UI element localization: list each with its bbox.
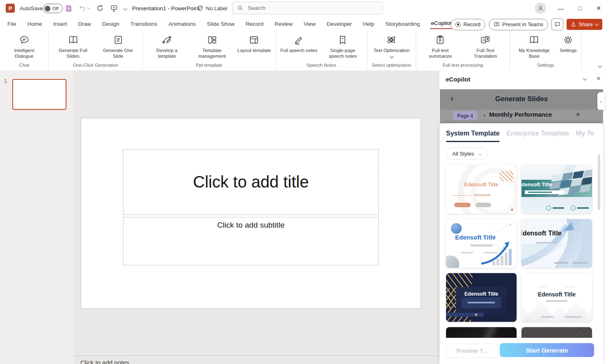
style-filter-dropdown[interactable]: All Styles: [446, 147, 488, 160]
present-label: Present in Teams: [502, 21, 543, 27]
group-label: Settings: [512, 61, 580, 70]
tab-storyboarding[interactable]: Storyboarding: [385, 19, 421, 29]
full-text-translation-button[interactable]: A Full-Text Translation: [463, 31, 508, 59]
template-card-2[interactable]: Edensoft Title: [521, 165, 592, 214]
scrollbar-thumb[interactable]: [598, 154, 600, 210]
template-card-4[interactable]: Edensoft Title: [521, 219, 592, 268]
outline-doc-title: Monthly Performance: [489, 111, 552, 118]
menu-bar-actions: Record Present in Teams Share: [451, 18, 602, 30]
decor: [446, 255, 459, 268]
style-filter-value: All Styles: [452, 151, 474, 157]
search-input[interactable]: [247, 5, 378, 11]
subtitle-placeholder[interactable]: Click to add subtitle: [123, 217, 379, 265]
develop-template-button[interactable]: Develop a template: [144, 31, 189, 59]
chevron-down-icon: [390, 54, 394, 59]
intelligent-dialogue-button[interactable]: Intelligent Dialogue: [2, 31, 47, 59]
my-knowledge-base-button[interactable]: My Knowledge Base: [512, 31, 557, 59]
tab-my-template[interactable]: My Te: [576, 130, 594, 142]
present-icon: [494, 21, 500, 27]
generate-full-slides-button[interactable]: Generate Full Slides: [50, 31, 96, 59]
minimize-icon: —: [558, 5, 564, 12]
tab-insert[interactable]: Insert: [52, 19, 68, 29]
button-label: Intelligent Dialogue: [5, 47, 44, 59]
generate-slides-header: ‹ Generate Slides ‹: [440, 89, 603, 110]
template-management-button[interactable]: Template management: [189, 31, 235, 59]
decor: [521, 286, 592, 287]
tab-enterprise-template[interactable]: Enterprise Template: [506, 130, 569, 142]
tab-review[interactable]: Review: [274, 19, 294, 29]
share-dropdown-icon[interactable]: [595, 22, 599, 26]
decor: [454, 203, 471, 207]
start-generate-button[interactable]: Start Generate: [500, 343, 594, 357]
comments-button[interactable]: [551, 18, 563, 30]
slide-thumbnail-1[interactable]: [12, 79, 66, 110]
tab-animations[interactable]: Animations: [168, 19, 197, 29]
decor: [554, 262, 568, 264]
tab-record[interactable]: Record: [245, 19, 264, 29]
autosave-toggle[interactable]: Off: [43, 4, 63, 13]
tab-slide-show[interactable]: Slide Show: [206, 19, 235, 29]
notes-placeholder[interactable]: Click to add notes: [80, 359, 129, 364]
customize-quick-access-icon[interactable]: [123, 6, 128, 10]
panel-close-icon[interactable]: ×: [597, 75, 601, 83]
settings-button[interactable]: Settings: [557, 31, 580, 53]
save-icon[interactable]: [65, 5, 73, 12]
panel-collapse-tab[interactable]: ‹: [597, 92, 605, 110]
ribbon-group-select-optimization: Text Optimization Select optimization: [367, 31, 416, 70]
tab-home[interactable]: Home: [27, 19, 43, 29]
template-card-3[interactable]: Edensoft Title: [446, 219, 517, 268]
add-section-icon[interactable]: +: [576, 110, 580, 119]
decor: [446, 313, 467, 317]
single-page-speech-notes-button[interactable]: Single-page speech notes: [320, 31, 365, 59]
template-card-1[interactable]: Edensoft Title: [446, 165, 517, 214]
record-button[interactable]: Record: [451, 19, 485, 30]
maximize-button[interactable]: □: [570, 0, 589, 16]
title-placeholder[interactable]: Click to add title: [123, 149, 379, 215]
slide-editor[interactable]: Click to add title Click to add subtitle: [81, 118, 421, 308]
text-optimization-button[interactable]: Text Optimization: [369, 31, 414, 59]
tab-draw[interactable]: Draw: [77, 19, 92, 29]
decor: [511, 209, 513, 210]
tab-transitions[interactable]: Transitions: [130, 19, 158, 29]
group-label: Speech Notes: [278, 61, 365, 70]
redo-icon[interactable]: [96, 4, 104, 12]
share-button[interactable]: Share: [567, 19, 602, 30]
tab-ecopilot[interactable]: eCopilot: [430, 18, 452, 29]
page-badge[interactable]: Page 4: [453, 111, 477, 120]
tab-help[interactable]: Help: [362, 19, 375, 29]
minimize-button[interactable]: —: [551, 0, 570, 16]
button-label: Text Optimization: [372, 47, 411, 59]
sensitivity-label[interactable]: No Label: [197, 0, 227, 16]
start-slideshow-icon[interactable]: [110, 4, 118, 12]
powerpoint-app-icon[interactable]: P: [6, 4, 15, 13]
person-icon: [537, 5, 544, 12]
generate-one-slide-button[interactable]: Generate One Slide: [96, 31, 141, 59]
page-badge-dropdown-icon[interactable]: ▾: [483, 113, 486, 118]
template-card-5[interactable]: Edensoft Title: [446, 273, 517, 322]
layout-template-button[interactable]: Layout template: [235, 31, 274, 53]
tab-developer[interactable]: Developer: [326, 19, 353, 29]
full-speech-notes-button[interactable]: Full speech notes: [278, 31, 320, 53]
notes-pane-divider[interactable]: [74, 355, 439, 356]
record-label: Record: [463, 21, 480, 27]
user-avatar[interactable]: [535, 2, 546, 14]
tab-system-template[interactable]: System Template: [446, 130, 499, 142]
title-placeholder-text: Click to add title: [193, 173, 309, 191]
undo-dropdown-icon[interactable]: [87, 5, 91, 9]
preview-template-button[interactable]: Preview T...: [446, 344, 498, 358]
tab-file[interactable]: File: [7, 19, 17, 29]
search-box[interactable]: [232, 2, 383, 14]
tab-view[interactable]: View: [303, 19, 317, 29]
shield-icon: [197, 5, 204, 12]
autosave-state: Off: [52, 6, 58, 11]
template-card-6[interactable]: Edensoft Title: [521, 273, 592, 322]
decor: [525, 190, 564, 194]
button-label: Develop a template: [147, 47, 187, 59]
tab-design[interactable]: Design: [101, 19, 120, 29]
undo-icon[interactable]: [78, 4, 90, 12]
close-button[interactable]: ×: [589, 0, 608, 16]
svg-text:A: A: [483, 38, 485, 42]
full-text-summarize-button[interactable]: Full text summarize: [418, 31, 463, 59]
panel-collapse-icon[interactable]: [583, 77, 587, 81]
present-in-teams-button[interactable]: Present in Teams: [489, 19, 548, 30]
